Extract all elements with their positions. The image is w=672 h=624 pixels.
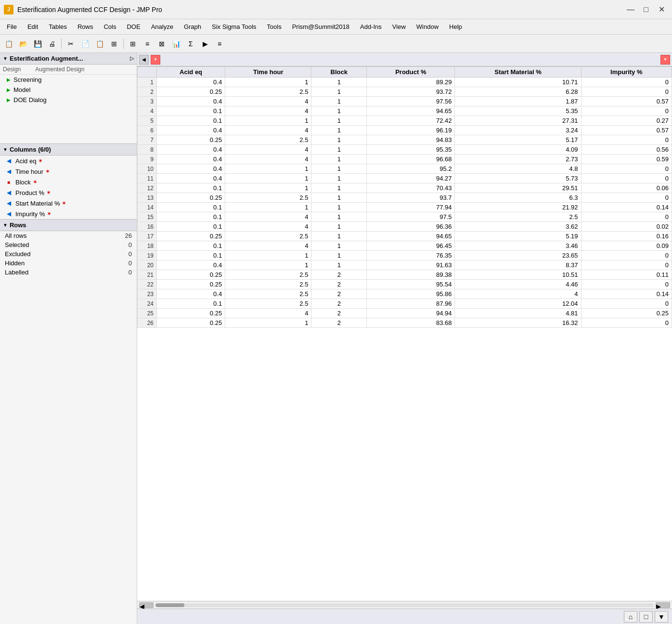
toolbar-save[interactable]: 💾 (31, 37, 44, 51)
impurity-pct-cell[interactable]: 0 (581, 106, 672, 116)
menu-prism[interactable]: Prism@Summit2018 (287, 21, 354, 32)
block-cell[interactable]: 1 (311, 145, 367, 155)
acid-eq-cell[interactable]: 0.1 (157, 222, 225, 232)
acid-eq-cell[interactable]: 0.25 (157, 318, 225, 328)
maximize-button[interactable]: □ (639, 3, 653, 16)
menu-tools[interactable]: Tools (262, 21, 286, 32)
time-hour-cell[interactable]: 1 (225, 318, 311, 328)
start-material-pct-cell[interactable]: 4.09 (455, 145, 581, 155)
start-material-pct-cell[interactable]: 10.51 (455, 270, 581, 280)
toolbar-extra[interactable]: ⊞ (107, 37, 121, 51)
impurity-pct-cell[interactable]: 0 (581, 280, 672, 289)
start-material-pct-cell[interactable]: 4.46 (455, 280, 581, 289)
impurity-pct-cell[interactable]: 0.57 (581, 97, 672, 106)
block-cell[interactable]: 1 (311, 232, 367, 241)
time-hour-cell[interactable]: 1 (225, 174, 311, 183)
menu-help[interactable]: Help (444, 21, 467, 32)
table-row[interactable]: 220.252.5295.544.460 (138, 280, 672, 289)
impurity-pct-cell[interactable]: 0 (581, 135, 672, 145)
product-pct-cell[interactable]: 76.35 (367, 251, 455, 260)
time-hour-cell[interactable]: 1 (225, 164, 311, 174)
impurity-pct-cell[interactable]: 0.25 (581, 309, 672, 318)
acid-eq-cell[interactable]: 0.25 (157, 87, 225, 97)
block-cell[interactable]: 2 (311, 309, 367, 318)
table-row[interactable]: 200.41191.638.370 (138, 260, 672, 270)
time-hour-cell[interactable]: 2.5 (225, 270, 311, 280)
impurity-pct-cell[interactable]: 0.06 (581, 183, 672, 193)
columns-header[interactable]: ▼ Columns (6/0) (0, 144, 137, 156)
menu-doe[interactable]: DOE (122, 21, 145, 32)
acid-eq-cell[interactable]: 0.25 (157, 232, 225, 241)
start-material-pct-cell[interactable]: 10.71 (455, 78, 581, 87)
table-row[interactable]: 50.11172.4227.310.27 (138, 116, 672, 126)
impurity-pct-cell[interactable]: 0.56 (581, 145, 672, 155)
toolbar-datatable[interactable]: ⊞ (126, 37, 140, 51)
block-cell[interactable]: 2 (311, 289, 367, 299)
product-pct-cell[interactable]: 89.29 (367, 78, 455, 87)
acid-eq-cell[interactable]: 0.25 (157, 135, 225, 145)
impurity-pct-cell[interactable]: 0.02 (581, 222, 672, 232)
product-pct-cell[interactable]: 89.38 (367, 270, 455, 280)
acid-eq-cell[interactable]: 0.1 (157, 183, 225, 193)
acid-eq-cell[interactable]: 0.4 (157, 260, 225, 270)
time-hour-cell[interactable]: 4 (225, 97, 311, 106)
time-hour-cell[interactable]: 4 (225, 145, 311, 155)
menu-six-sigma[interactable]: Six Sigma Tools (207, 21, 261, 32)
toolbar-new[interactable]: 📋 (2, 37, 15, 51)
window-button[interactable]: □ (639, 611, 653, 623)
horizontal-scrollbar[interactable]: ◀ ▶ (137, 601, 672, 609)
menu-window[interactable]: Window (412, 21, 443, 32)
product-pct-cell[interactable]: 94.65 (367, 106, 455, 116)
scroll-thumb-h[interactable] (155, 603, 184, 607)
product-pct-cell[interactable]: 87.96 (367, 299, 455, 309)
block-cell[interactable]: 1 (311, 241, 367, 251)
start-material-pct-cell[interactable]: 5.17 (455, 135, 581, 145)
block-cell[interactable]: 1 (311, 251, 367, 260)
table-row[interactable]: 140.11177.9421.920.14 (138, 203, 672, 212)
impurity-pct-cell[interactable]: 0 (581, 87, 672, 97)
start-material-pct-cell[interactable]: 12.04 (455, 299, 581, 309)
start-material-pct-cell[interactable]: 2.73 (455, 155, 581, 164)
table-row[interactable]: 100.41195.24.80 (138, 164, 672, 174)
product-pct-cell[interactable]: 95.86 (367, 289, 455, 299)
time-hour-cell[interactable]: 1 (225, 116, 311, 126)
design-item-screening[interactable]: ▶ Screening (0, 75, 137, 85)
time-hour-cell[interactable]: 4 (225, 212, 311, 222)
product-pct-cell[interactable]: 95.35 (367, 145, 455, 155)
table-row[interactable]: 40.14194.655.350 (138, 106, 672, 116)
product-pct-cell[interactable]: 91.63 (367, 260, 455, 270)
acid-eq-cell[interactable]: 0.4 (157, 155, 225, 164)
impurity-pct-cell[interactable]: 0 (581, 174, 672, 183)
block-cell[interactable]: 1 (311, 106, 367, 116)
col-item-start-material[interactable]: ◀ Start Material % ✶ (0, 198, 137, 208)
time-hour-cell[interactable]: 4 (225, 126, 311, 135)
table-row[interactable]: 180.14196.453.460.09 (138, 241, 672, 251)
start-material-pct-cell[interactable]: 21.92 (455, 203, 581, 212)
product-pct-cell[interactable]: 72.42 (367, 116, 455, 126)
block-cell[interactable]: 1 (311, 193, 367, 203)
acid-eq-cell[interactable]: 0.4 (157, 126, 225, 135)
table-dropdown-button[interactable]: ▼ (151, 55, 160, 65)
acid-eq-cell[interactable]: 0.25 (157, 270, 225, 280)
impurity-pct-cell[interactable]: 0.09 (581, 241, 672, 251)
product-pct-cell[interactable]: 94.94 (367, 309, 455, 318)
impurity-pct-cell[interactable]: 0.14 (581, 203, 672, 212)
acid-eq-cell[interactable]: 0.1 (157, 299, 225, 309)
scroll-down-button[interactable]: ▼ (655, 611, 668, 623)
col-item-product[interactable]: ◀ Product % ✶ (0, 187, 137, 198)
col-item-time-hour[interactable]: ◀ Time hour ✶ (0, 166, 137, 177)
acid-eq-cell[interactable]: 0.1 (157, 203, 225, 212)
table-row[interactable]: 70.252.5194.835.170 (138, 135, 672, 145)
block-cell[interactable]: 1 (311, 260, 367, 270)
impurity-pct-cell[interactable]: 0.11 (581, 270, 672, 280)
table-row[interactable]: 130.252.5193.76.30 (138, 193, 672, 203)
table-row[interactable]: 60.44196.193.240.57 (138, 126, 672, 135)
start-material-pct-cell[interactable]: 29.51 (455, 183, 581, 193)
product-pct-cell[interactable]: 93.7 (367, 193, 455, 203)
product-pct-cell[interactable]: 96.68 (367, 155, 455, 164)
table-row[interactable]: 260.251283.6816.320 (138, 318, 672, 328)
table-row[interactable]: 20.252.5193.726.280 (138, 87, 672, 97)
block-cell[interactable]: 1 (311, 135, 367, 145)
scroll-right-btn[interactable]: ▶ (656, 602, 670, 608)
start-material-pct-cell[interactable]: 1.87 (455, 97, 581, 106)
